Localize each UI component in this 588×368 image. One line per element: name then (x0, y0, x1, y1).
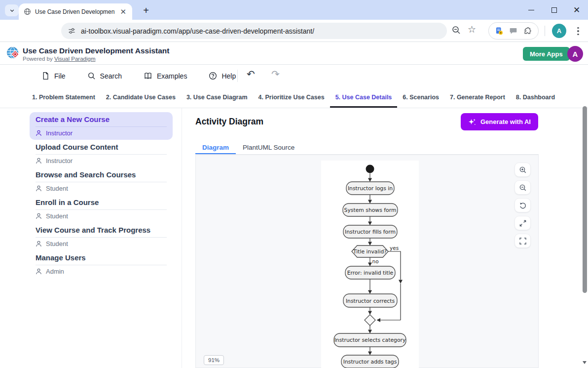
app-title: Use Case Driven Development Assistant (23, 46, 169, 55)
person-icon (36, 241, 42, 247)
menu-examples[interactable]: Examples (144, 72, 187, 80)
svg-text:Instructor logs in: Instructor logs in (348, 185, 393, 192)
step-scenarios[interactable]: 6. Scenarios (397, 87, 444, 108)
use-case-item-manage-users[interactable]: Manage Users Admin (30, 250, 173, 278)
yes-branch-label: yes (390, 245, 399, 251)
close-icon: ✕ (573, 6, 580, 14)
menu-file[interactable]: File (41, 72, 66, 80)
fullscreen-icon (519, 237, 527, 245)
svg-text:Instructor corrects: Instructor corrects (346, 298, 395, 304)
reset-view-button[interactable] (514, 198, 531, 212)
globe-favicon-icon (24, 8, 31, 15)
minimize-icon (528, 10, 534, 10)
menu-help[interactable]: Help (209, 72, 236, 80)
use-case-item-enroll[interactable]: Enroll in a Course Student (30, 195, 173, 223)
diagram-canvas[interactable]: Instructor logs in System shows form Ins… (321, 161, 419, 368)
use-case-item-upload-content[interactable]: Upload Course Content Instructor (30, 140, 173, 167)
chevron-down-icon (9, 7, 15, 14)
step-dashboard[interactable]: 8. Dashboard (511, 87, 560, 108)
svg-text:Instructor adds tags: Instructor adds tags (343, 359, 397, 365)
undo-button[interactable]: ↶ (247, 68, 255, 80)
tab-search-button[interactable] (5, 4, 19, 16)
wizard-steps: 1. Problem Statement 2. Candidate Use Ca… (0, 87, 588, 108)
svg-text:Instructor selects category: Instructor selects category (334, 337, 406, 343)
use-case-item-browse-search[interactable]: Browse and Search Courses Student (30, 167, 173, 195)
maximize-icon (551, 7, 557, 13)
person-icon (36, 213, 42, 219)
tab-title: Use Case Driven Development As (35, 8, 115, 15)
browser-tab[interactable]: Use Case Driven Development As ✕ (19, 3, 132, 20)
svg-text:Instructor fills form: Instructor fills form (345, 229, 396, 235)
fullscreen-button[interactable] (514, 234, 531, 248)
main-content: Activity Diagram Generate with AI Diagra… (195, 108, 539, 368)
chat-extension-icon[interactable] (509, 27, 517, 35)
tab-plantuml-source[interactable]: PlantUML Source (236, 141, 301, 154)
book-icon (144, 72, 152, 80)
redo-button[interactable]: ↷ (271, 68, 280, 80)
visual-paradigm-logo (6, 46, 21, 61)
puzzle-extensions-icon[interactable] (523, 27, 532, 36)
divider (237, 70, 238, 82)
zoom-out-button[interactable] (514, 180, 531, 195)
window-close-button[interactable]: ✕ (565, 0, 588, 20)
expand-button[interactable] (514, 216, 531, 230)
start-node (366, 165, 374, 173)
file-icon (41, 72, 50, 80)
svg-text:Error: invalid title: Error: invalid title (347, 270, 394, 276)
zoom-level-badge: 91% (204, 355, 224, 365)
step-candidate-use-cases[interactable]: 2. Candidate Use Cases (101, 87, 181, 108)
step-prioritize-use-cases[interactable]: 4. Prioritize Use Cases (253, 87, 330, 108)
use-case-item-create-course[interactable]: Create a New Course Instructor (30, 112, 173, 140)
menu-search[interactable]: Search (87, 72, 122, 80)
app-user-avatar[interactable]: A (567, 46, 583, 62)
more-apps-button[interactable]: More Apps (523, 47, 570, 61)
docs-extension-icon[interactable] (495, 27, 503, 35)
visual-paradigm-link[interactable]: Visual Paradigm (54, 56, 96, 62)
site-settings-icon (68, 27, 75, 35)
generate-with-ai-button[interactable]: Generate with AI (461, 113, 538, 130)
person-icon (36, 185, 42, 192)
extensions-pill (488, 22, 539, 40)
page-title: Activity Diagram (195, 117, 263, 127)
expand-icon (519, 219, 527, 227)
zoom-indicator-icon[interactable] (451, 25, 461, 35)
page-scrollbar-thumb[interactable] (583, 106, 587, 293)
powered-by: Powered by Visual Paradigm (23, 56, 95, 62)
url-bar[interactable]: ai-toolbox.visual-paradigm.com/app/use-c… (61, 23, 447, 39)
browser-menu-kebab-icon[interactable] (573, 25, 584, 38)
window-maximize-button[interactable] (543, 0, 565, 20)
no-branch-label: no (372, 258, 379, 264)
bookmark-star-icon[interactable]: ☆ (468, 24, 476, 35)
tab-close-icon[interactable]: ✕ (119, 8, 127, 15)
step-use-case-diagram[interactable]: 3. Use Case Diagram (181, 87, 253, 108)
search-icon (87, 72, 96, 80)
window-minimize-button[interactable] (520, 0, 543, 20)
new-tab-button[interactable]: + (140, 4, 152, 17)
use-case-item-view-track[interactable]: View Course and Track Progress Student (30, 223, 173, 250)
svg-text:System shows form: System shows form (344, 207, 397, 213)
divider (545, 26, 545, 36)
url-text: ai-toolbox.visual-paradigm.com/app/use-c… (81, 27, 314, 35)
tab-diagram[interactable]: Diagram (195, 141, 236, 154)
step-use-case-details[interactable]: 5. Use Case Details (330, 87, 398, 108)
scrollbar-down-arrow[interactable] (583, 361, 587, 364)
browser-titlebar: Use Case Driven Development As ✕ + ✕ (0, 0, 588, 20)
zoom-out-icon (519, 184, 527, 192)
person-icon (36, 268, 42, 275)
zoom-in-icon (519, 166, 527, 174)
browser-profile-avatar[interactable]: A (552, 24, 566, 38)
decision-node-label: Title invalid? (353, 248, 387, 255)
diagram-tabs: Diagram PlantUML Source (195, 141, 539, 155)
step-problem-statement[interactable]: 1. Problem Statement (27, 87, 101, 108)
diagram-zoom-controls (514, 163, 531, 248)
reset-rotate-icon (519, 202, 527, 209)
diagram-panel: Instructor logs in System shows form Ins… (195, 155, 539, 368)
step-generate-report[interactable]: 7. Generate Report (444, 87, 511, 108)
divider (182, 108, 182, 368)
use-case-list: Create a New Course Instructor Upload Co… (30, 112, 173, 278)
sparkle-icon (468, 118, 476, 126)
help-icon (209, 72, 217, 80)
zoom-in-button[interactable] (514, 163, 531, 177)
person-icon (36, 158, 42, 164)
activity-node-labels: Instructor logs in System shows form Ins… (334, 185, 406, 365)
